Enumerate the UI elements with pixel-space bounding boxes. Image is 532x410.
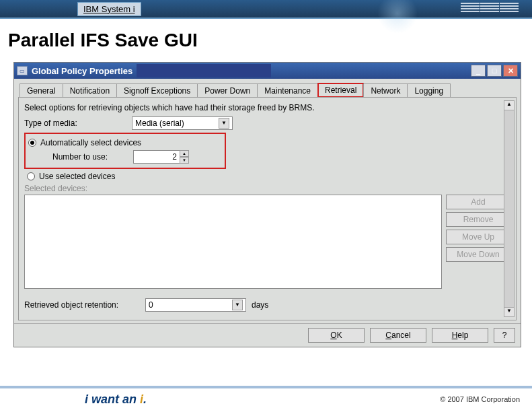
tab-retrieval[interactable]: Retrieval <box>317 83 364 98</box>
dialog-title: Global Policy Properties <box>32 66 132 76</box>
use-selected-row[interactable]: Use selected devices <box>27 172 510 181</box>
tab-power-down[interactable]: Power Down <box>197 83 258 98</box>
global-policy-dialog: ▭ Global Policy Properties _ □ ✕ General… <box>13 62 521 347</box>
product-label: IBM System i <box>77 2 141 16</box>
auto-select-label: Automatically select devices <box>40 138 141 147</box>
minimize-button[interactable]: _ <box>471 65 486 77</box>
retention-row: Retrieved object retention: 0 ▼ days <box>24 298 510 312</box>
tab-network[interactable]: Network <box>363 83 408 98</box>
auto-select-row[interactable]: Automatically select devices <box>28 138 222 147</box>
top-header: IBM System i <box>0 0 532 19</box>
spin-up-icon[interactable]: ▲ <box>180 150 189 157</box>
move-up-button[interactable]: Move Up <box>446 230 510 244</box>
radio-auto-select[interactable] <box>28 139 36 147</box>
tab-maintenance[interactable]: Maintenance <box>257 83 318 98</box>
scroll-down-icon[interactable]: ▼ <box>504 307 514 316</box>
titlebar: ▭ Global Policy Properties _ □ ✕ <box>14 63 521 79</box>
move-down-button[interactable]: Move Down <box>446 247 510 262</box>
instruction-text: Select options for retrieving objects wh… <box>24 103 510 112</box>
number-to-use-input[interactable]: 2 <box>133 150 180 164</box>
title-mask <box>137 64 271 77</box>
context-help-button[interactable]: ? <box>494 328 515 343</box>
chevron-down-icon[interactable]: ▼ <box>219 118 229 129</box>
help-button[interactable]: Help <box>432 328 488 343</box>
tab-general[interactable]: General <box>20 83 63 98</box>
slide-footer: i want an i. © 2007 IBM Corporation <box>0 386 532 410</box>
type-of-media-combo[interactable]: Media (serial) ▼ <box>132 116 233 130</box>
scroll-up-icon[interactable]: ▲ <box>504 101 514 110</box>
retention-input[interactable]: 0 ▼ <box>145 298 246 312</box>
use-selected-label: Use selected devices <box>39 172 115 181</box>
tab-signoff-exceptions[interactable]: Signoff Exceptions <box>116 83 198 98</box>
chevron-down-icon[interactable]: ▼ <box>232 300 243 310</box>
add-button[interactable]: Add <box>446 195 510 209</box>
vertical-scrollbar[interactable]: ▲ ▼ <box>504 100 515 317</box>
tab-content: ▲ ▼ Select options for retrieving object… <box>18 97 517 320</box>
ok-button[interactable]: OK <box>308 328 365 343</box>
type-of-media-row: Type of media: Media (serial) ▼ <box>24 116 510 130</box>
dialog-button-row: OK Cancel Help ? <box>14 323 521 347</box>
radio-use-selected[interactable] <box>27 172 35 180</box>
cancel-button[interactable]: Cancel <box>370 328 426 343</box>
number-spinner[interactable]: ▲ ▼ <box>180 150 189 164</box>
retention-units: days <box>252 300 268 310</box>
copyright: © 2007 IBM Corporation <box>440 395 520 403</box>
retention-label: Retrieved object retention: <box>24 300 145 310</box>
selected-devices-label: Selected devices: <box>24 184 510 193</box>
ibm-logo <box>461 3 519 13</box>
type-of-media-label: Type of media: <box>24 118 132 128</box>
device-buttons: Add Remove Move Up Move Down <box>446 195 510 289</box>
spin-down-icon[interactable]: ▼ <box>180 157 189 164</box>
dialog-body: General Notification Signoff Exceptions … <box>14 79 521 323</box>
selected-devices-listbox[interactable] <box>24 195 442 289</box>
close-button[interactable]: ✕ <box>503 65 518 77</box>
number-to-use-row: Number to use: 2 ▲ ▼ <box>28 150 222 164</box>
highlight-auto-select: Automatically select devices Number to u… <box>24 133 226 169</box>
tabs-row: General Notification Signoff Exceptions … <box>18 83 517 98</box>
type-of-media-value: Media (serial) <box>135 118 184 128</box>
maximize-button[interactable]: □ <box>487 65 502 77</box>
tab-notification[interactable]: Notification <box>63 83 117 98</box>
retention-value: 0 <box>149 300 153 310</box>
tab-logging[interactable]: Logging <box>407 83 451 98</box>
number-to-use-label: Number to use: <box>52 152 133 162</box>
tagline: i want an i. <box>85 392 147 407</box>
system-menu-icon[interactable]: ▭ <box>17 66 28 75</box>
devices-area: Add Remove Move Up Move Down <box>24 195 510 289</box>
remove-button[interactable]: Remove <box>446 212 510 227</box>
slide-title: Parallel IFS Save GUI <box>0 19 532 58</box>
